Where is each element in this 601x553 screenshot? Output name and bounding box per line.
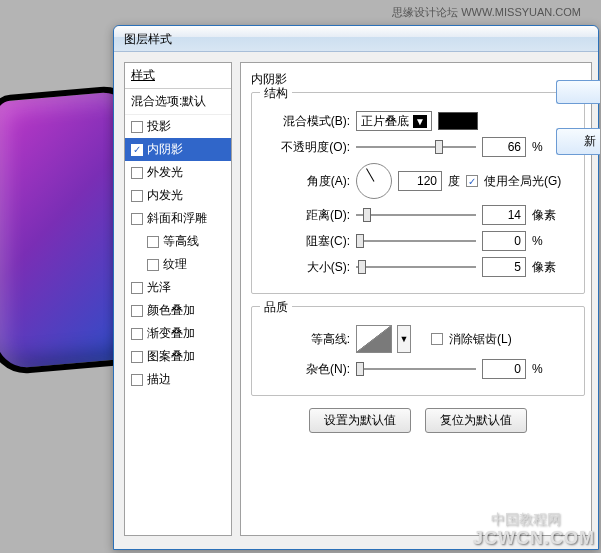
settings-panel: 内阴影 结构 混合模式(B): 正片叠底 ▼ 不透明度(O): bbox=[240, 62, 592, 536]
side-button-top[interactable] bbox=[556, 80, 600, 104]
quality-fieldset: 品质 等高线: ▼ 消除锯齿(L) 杂色(N): % bbox=[251, 306, 585, 396]
distance-label: 距离(D): bbox=[260, 207, 350, 224]
style-checkbox[interactable] bbox=[131, 351, 143, 363]
set-default-button[interactable]: 设置为默认值 bbox=[309, 408, 411, 433]
opacity-input[interactable] bbox=[482, 137, 526, 157]
style-item-11[interactable]: 描边 bbox=[125, 368, 231, 391]
noise-input[interactable] bbox=[482, 359, 526, 379]
angle-input[interactable] bbox=[398, 171, 442, 191]
style-item-0[interactable]: 投影 bbox=[125, 115, 231, 138]
style-item-8[interactable]: 颜色叠加 bbox=[125, 299, 231, 322]
style-checkbox[interactable]: ✓ bbox=[131, 144, 143, 156]
style-item-3[interactable]: 内发光 bbox=[125, 184, 231, 207]
style-item-1[interactable]: ✓内阴影 bbox=[125, 138, 231, 161]
style-checkbox[interactable] bbox=[147, 259, 159, 271]
default-buttons-row: 设置为默认值 复位为默认值 bbox=[251, 408, 585, 433]
style-label: 光泽 bbox=[147, 279, 171, 296]
choke-label: 阻塞(C): bbox=[260, 233, 350, 250]
style-item-10[interactable]: 图案叠加 bbox=[125, 345, 231, 368]
style-label: 纹理 bbox=[163, 256, 187, 273]
top-credit: 思缘设计论坛 WWW.MISSYUAN.COM bbox=[0, 5, 581, 20]
watermark: JCWCN.COM bbox=[473, 528, 595, 549]
structure-fieldset: 结构 混合模式(B): 正片叠底 ▼ 不透明度(O): bbox=[251, 92, 585, 294]
contour-dropdown-icon[interactable]: ▼ bbox=[397, 325, 411, 353]
choke-unit: % bbox=[532, 234, 543, 248]
style-label: 斜面和浮雕 bbox=[147, 210, 207, 227]
noise-slider[interactable] bbox=[356, 361, 476, 377]
distance-slider[interactable] bbox=[356, 207, 476, 223]
global-light-checkbox[interactable]: ✓ bbox=[466, 175, 478, 187]
choke-input[interactable] bbox=[482, 231, 526, 251]
style-checkbox[interactable] bbox=[131, 305, 143, 317]
blend-options-default[interactable]: 混合选项:默认 bbox=[125, 89, 231, 115]
structure-legend: 结构 bbox=[260, 85, 292, 102]
style-label: 内阴影 bbox=[147, 141, 183, 158]
dialog-body: 样式 混合选项:默认 投影✓内阴影外发光内发光斜面和浮雕等高线纹理光泽颜色叠加渐… bbox=[114, 52, 598, 546]
style-item-9[interactable]: 渐变叠加 bbox=[125, 322, 231, 345]
style-label: 等高线 bbox=[163, 233, 199, 250]
blend-mode-label: 混合模式(B): bbox=[260, 113, 350, 130]
side-buttons: 新 bbox=[556, 80, 600, 155]
styles-list: 样式 混合选项:默认 投影✓内阴影外发光内发光斜面和浮雕等高线纹理光泽颜色叠加渐… bbox=[124, 62, 232, 536]
angle-unit: 度 bbox=[448, 173, 460, 190]
size-unit: 像素 bbox=[532, 259, 556, 276]
layer-style-dialog: 图层样式 样式 混合选项:默认 投影✓内阴影外发光内发光斜面和浮雕等高线纹理光泽… bbox=[113, 25, 599, 550]
reset-default-button[interactable]: 复位为默认值 bbox=[425, 408, 527, 433]
contour-picker[interactable] bbox=[356, 325, 392, 353]
distance-unit: 像素 bbox=[532, 207, 556, 224]
choke-slider[interactable] bbox=[356, 233, 476, 249]
quality-legend: 品质 bbox=[260, 299, 292, 316]
style-item-7[interactable]: 光泽 bbox=[125, 276, 231, 299]
style-checkbox[interactable] bbox=[147, 236, 159, 248]
antialias-checkbox[interactable] bbox=[431, 333, 443, 345]
style-item-4[interactable]: 斜面和浮雕 bbox=[125, 207, 231, 230]
style-checkbox[interactable] bbox=[131, 167, 143, 179]
chevron-down-icon: ▼ bbox=[413, 115, 427, 128]
style-checkbox[interactable] bbox=[131, 190, 143, 202]
size-label: 大小(S): bbox=[260, 259, 350, 276]
styles-header[interactable]: 样式 bbox=[125, 63, 231, 89]
style-label: 内发光 bbox=[147, 187, 183, 204]
style-label: 颜色叠加 bbox=[147, 302, 195, 319]
blend-mode-dropdown[interactable]: 正片叠底 ▼ bbox=[356, 111, 432, 131]
shadow-color-swatch[interactable] bbox=[438, 112, 478, 130]
style-item-6[interactable]: 纹理 bbox=[125, 253, 231, 276]
watermark-cn: 中国教程网 bbox=[491, 511, 561, 529]
style-label: 投影 bbox=[147, 118, 171, 135]
style-checkbox[interactable] bbox=[131, 121, 143, 133]
distance-input[interactable] bbox=[482, 205, 526, 225]
style-label: 外发光 bbox=[147, 164, 183, 181]
style-label: 图案叠加 bbox=[147, 348, 195, 365]
opacity-slider[interactable] bbox=[356, 139, 476, 155]
angle-label: 角度(A): bbox=[260, 173, 350, 190]
noise-unit: % bbox=[532, 362, 543, 376]
style-item-5[interactable]: 等高线 bbox=[125, 230, 231, 253]
antialias-label: 消除锯齿(L) bbox=[449, 331, 512, 348]
angle-dial[interactable] bbox=[356, 163, 392, 199]
contour-label: 等高线: bbox=[260, 331, 350, 348]
noise-label: 杂色(N): bbox=[260, 361, 350, 378]
blend-mode-value: 正片叠底 bbox=[361, 113, 409, 130]
style-item-2[interactable]: 外发光 bbox=[125, 161, 231, 184]
style-label: 描边 bbox=[147, 371, 171, 388]
panel-title: 内阴影 bbox=[251, 71, 585, 88]
global-light-label: 使用全局光(G) bbox=[484, 173, 561, 190]
opacity-label: 不透明度(O): bbox=[260, 139, 350, 156]
new-style-button[interactable]: 新 bbox=[556, 128, 600, 155]
style-checkbox[interactable] bbox=[131, 282, 143, 294]
dialog-title-bar[interactable]: 图层样式 bbox=[114, 26, 598, 52]
style-label: 渐变叠加 bbox=[147, 325, 195, 342]
opacity-unit: % bbox=[532, 140, 543, 154]
style-checkbox[interactable] bbox=[131, 374, 143, 386]
style-checkbox[interactable] bbox=[131, 213, 143, 225]
style-checkbox[interactable] bbox=[131, 328, 143, 340]
size-input[interactable] bbox=[482, 257, 526, 277]
size-slider[interactable] bbox=[356, 259, 476, 275]
